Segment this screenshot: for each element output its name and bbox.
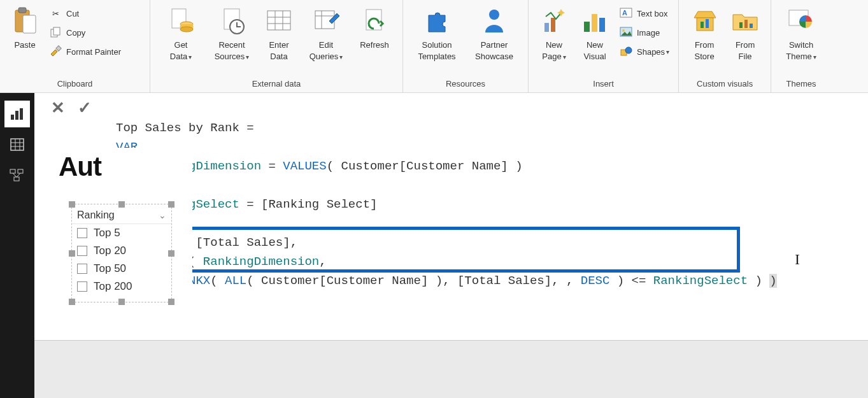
resize-handle[interactable]	[69, 201, 75, 208]
report-view-icon	[10, 107, 25, 121]
ribbon-group-resources: Solution Templates Partner Showcase Reso…	[403, 0, 529, 92]
svg-line-52	[13, 173, 17, 177]
svg-text:A: A	[622, 9, 627, 17]
svg-rect-38	[744, 20, 748, 28]
paintbrush-icon	[48, 45, 62, 59]
new-visual-button[interactable]: New Visual	[574, 3, 615, 76]
image-icon	[619, 25, 633, 39]
ranking-slicer[interactable]: Ranking ⌄ Top 5 Top 20 Top 50 Top 200	[71, 204, 172, 302]
svg-point-10	[180, 27, 193, 32]
checkbox-icon[interactable]	[77, 246, 87, 256]
chevron-down-icon: ▾	[563, 53, 566, 60]
kw-desc: DESC	[581, 274, 610, 288]
ribbon-group-label: Insert	[593, 77, 614, 91]
checkbox-icon[interactable]	[77, 228, 87, 238]
checkbox-icon[interactable]	[77, 264, 87, 274]
copy-button[interactable]: Copy	[45, 23, 125, 42]
text-box-button[interactable]: A Text box	[615, 4, 673, 23]
recent-file-icon	[216, 5, 248, 37]
id-rankingselect-ref: RankingSelect	[653, 274, 748, 288]
chevron-down-icon: ▾	[246, 53, 249, 60]
svg-rect-26	[592, 14, 597, 32]
formula-cancel-button[interactable]: ✕	[51, 99, 65, 116]
svg-rect-44	[11, 139, 24, 150]
ribbon-group-clipboard: Paste ✂ Cut Copy Format Painter	[0, 0, 150, 92]
slicer-clear-icon[interactable]: ⌄	[159, 210, 166, 220]
slicer-item[interactable]: Top 5	[72, 224, 171, 242]
slicer-item[interactable]: Top 50	[72, 260, 171, 278]
image-button[interactable]: Image	[615, 23, 673, 42]
svg-point-31	[622, 29, 625, 32]
report-canvas[interactable]: Aut Ranking ⌄ Top 5 Top 20 Top 50 Top 20…	[52, 148, 192, 302]
svg-rect-13	[267, 11, 290, 30]
shapes-icon	[619, 45, 633, 59]
data-view-icon	[10, 138, 25, 152]
model-view-icon	[9, 168, 25, 182]
resize-handle[interactable]	[118, 201, 125, 208]
resize-handle[interactable]	[118, 299, 125, 305]
values-arg: ( Customer[Customer Name] )	[327, 159, 523, 173]
enter-data-button[interactable]: Enter Data	[257, 3, 301, 76]
data-view-button[interactable]	[4, 131, 30, 158]
svg-rect-36	[706, 19, 709, 28]
formula-commit-button[interactable]: ✓	[78, 99, 92, 116]
svg-rect-49	[10, 169, 15, 173]
scissors-icon: ✂	[48, 6, 62, 20]
shapes-button[interactable]: Shapes▾	[615, 42, 673, 61]
model-view-button[interactable]	[4, 162, 30, 188]
ribbon: Paste ✂ Cut Copy Format Painter	[0, 0, 868, 93]
resize-handle[interactable]	[168, 250, 174, 257]
svg-rect-43	[20, 108, 23, 120]
partner-showcase-button[interactable]: Partner Showcase	[466, 3, 523, 76]
resize-handle[interactable]	[168, 201, 174, 208]
cut-button[interactable]: ✂ Cut	[45, 4, 125, 23]
chevron-down-icon: ▾	[666, 48, 669, 55]
slicer-item[interactable]: Top 20	[72, 242, 171, 260]
svg-rect-51	[14, 177, 19, 181]
format-painter-button[interactable]: Format Painter	[45, 42, 125, 61]
from-store-button[interactable]: From Store	[684, 3, 725, 76]
ribbon-group-label: Custom visuals	[697, 77, 753, 91]
report-view-button[interactable]	[4, 101, 30, 127]
chevron-down-icon: ▾	[189, 53, 192, 60]
ribbon-group-themes: Switch Theme▾ Themes	[771, 0, 831, 92]
from-file-button[interactable]: From File	[725, 3, 765, 76]
resize-handle[interactable]	[69, 299, 75, 305]
puzzle-icon	[421, 5, 453, 37]
database-icon	[165, 5, 197, 37]
recent-sources-button[interactable]: Recent Sources▾	[206, 3, 257, 76]
measure-total-sales: [Total Sales]	[196, 236, 290, 250]
new-page-button[interactable]: New Page▾	[534, 3, 574, 76]
measure-total-sales2: [Total Sales]	[457, 274, 551, 288]
svg-rect-24	[551, 18, 555, 32]
paste-button[interactable]: Paste	[5, 3, 45, 76]
svg-rect-27	[599, 18, 605, 32]
svg-rect-4	[53, 27, 60, 35]
svg-rect-39	[750, 24, 753, 28]
checkbox-icon[interactable]	[77, 281, 87, 292]
resize-handle[interactable]	[69, 250, 75, 257]
stage: ✕ ✓ Top Sales by Rank = VAR RankingDimen…	[34, 93, 868, 398]
resize-handle[interactable]	[168, 299, 174, 305]
get-data-button[interactable]: Get Data▾	[155, 3, 206, 76]
folder-chart-icon	[729, 5, 761, 37]
id-rankingdimension-ref: RankingDimension	[203, 255, 319, 269]
svg-point-33	[625, 47, 632, 53]
chevron-down-icon: ▾	[339, 53, 343, 60]
grid-icon	[263, 5, 295, 37]
svg-rect-41	[11, 115, 14, 120]
solution-templates-button[interactable]: Solution Templates	[408, 3, 466, 76]
dax-editor[interactable]: Top Sales by Rank = VAR RankingDimension…	[108, 93, 868, 340]
textbox-icon: A	[619, 6, 633, 20]
edit-queries-button[interactable]: Edit Queries▾	[301, 3, 352, 76]
text-cursor-icon: I	[795, 251, 800, 268]
ribbon-group-label: External data	[252, 77, 301, 91]
svg-rect-42	[15, 111, 18, 120]
fn-values: VALUES	[283, 159, 326, 173]
bar-chart-icon	[579, 5, 611, 37]
switch-theme-button[interactable]: Switch Theme▾	[776, 3, 826, 76]
svg-rect-5	[56, 46, 61, 51]
refresh-button[interactable]: Refresh	[352, 3, 397, 76]
ribbon-group-label: Themes	[786, 77, 816, 91]
slicer-item[interactable]: Top 200	[72, 278, 171, 295]
